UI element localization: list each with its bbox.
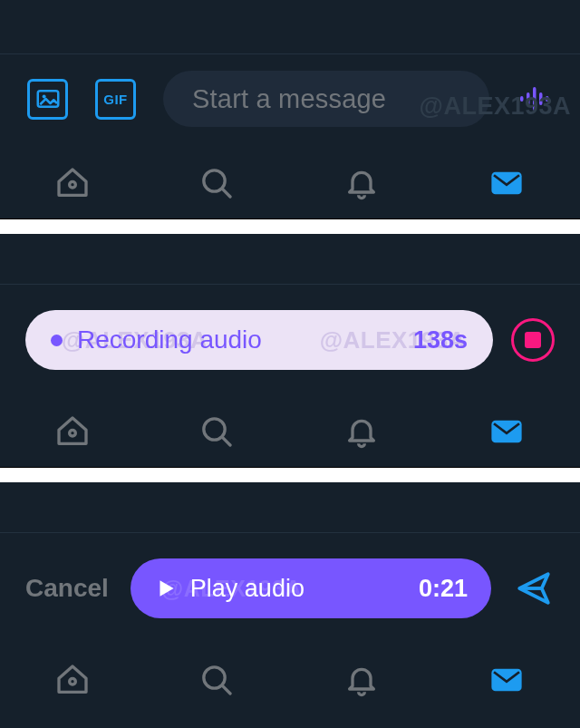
playback-row: Cancel @ALEX193A Play audio 0:21	[0, 533, 580, 644]
cancel-button[interactable]: Cancel	[25, 574, 109, 603]
svg-line-13	[223, 437, 230, 444]
nav-notifications[interactable]	[343, 165, 380, 201]
svg-rect-4	[533, 87, 536, 111]
bottom-nav	[0, 644, 580, 716]
send-icon	[515, 569, 553, 607]
nav-notifications[interactable]	[343, 413, 380, 450]
gif-button[interactable]: GIF	[95, 79, 136, 120]
play-label: Play audio	[190, 575, 304, 603]
media-button[interactable]	[27, 79, 68, 120]
search-icon	[198, 165, 235, 201]
svg-point-16	[69, 678, 75, 684]
bottom-nav	[0, 395, 580, 468]
envelope-icon	[488, 661, 526, 699]
nav-messages[interactable]	[488, 164, 526, 202]
bottom-nav	[0, 147, 580, 219]
nav-notifications[interactable]	[343, 662, 380, 698]
header-spacer	[0, 234, 580, 285]
play-duration: 0:21	[419, 575, 468, 603]
svg-line-18	[223, 686, 230, 694]
svg-rect-2	[520, 96, 524, 102]
message-input[interactable]: Start a message	[163, 71, 489, 127]
bell-icon	[343, 413, 380, 450]
search-icon	[198, 662, 235, 698]
separator	[0, 468, 580, 482]
svg-rect-5	[539, 92, 543, 105]
nav-home[interactable]	[54, 662, 91, 698]
bell-icon	[343, 165, 380, 201]
recording-label: Recording audio	[77, 325, 262, 354]
stop-icon	[525, 332, 541, 348]
recording-panel: @ALEX193A @ALEX193A Recording audio 138s	[0, 234, 580, 468]
compose-row: GIF Start a message	[0, 54, 580, 147]
image-icon	[34, 85, 62, 112]
bell-icon	[343, 662, 380, 698]
home-icon	[54, 413, 91, 450]
audio-waveform-button[interactable]	[517, 85, 553, 112]
svg-line-9	[223, 189, 230, 196]
compose-panel: GIF Start a message @ALEX193A	[0, 0, 580, 219]
recording-pill: @ALEX193A @ALEX193A Recording audio 138s	[25, 310, 493, 370]
separator	[0, 219, 580, 234]
svg-point-7	[69, 181, 75, 188]
recording-row: @ALEX193A @ALEX193A Recording audio 138s	[0, 285, 580, 395]
header-spacer	[0, 482, 580, 533]
svg-rect-3	[527, 92, 530, 105]
envelope-icon	[488, 413, 526, 451]
waveform-icon	[518, 85, 551, 112]
send-button[interactable]	[513, 568, 555, 609]
message-placeholder: Start a message	[192, 84, 386, 114]
nav-messages[interactable]	[488, 661, 526, 699]
playback-panel: Cancel @ALEX193A Play audio 0:21	[0, 482, 580, 716]
stop-recording-button[interactable]	[511, 318, 555, 362]
nav-search[interactable]	[198, 662, 235, 698]
home-icon	[54, 165, 91, 201]
recording-dot-icon	[51, 335, 63, 346]
play-icon	[154, 576, 178, 601]
nav-search[interactable]	[198, 413, 235, 450]
svg-rect-6	[546, 96, 549, 102]
home-icon	[54, 662, 91, 698]
nav-messages[interactable]	[488, 413, 526, 451]
header-spacer	[0, 0, 580, 54]
search-icon	[198, 413, 235, 450]
gif-icon: GIF	[103, 92, 128, 107]
play-audio-button[interactable]: @ALEX193A Play audio 0:21	[130, 558, 491, 618]
nav-search[interactable]	[198, 165, 235, 201]
svg-point-11	[69, 430, 75, 436]
recording-duration: 138s	[413, 326, 468, 354]
nav-home[interactable]	[54, 165, 91, 201]
nav-home[interactable]	[54, 413, 91, 450]
envelope-icon	[488, 164, 526, 202]
